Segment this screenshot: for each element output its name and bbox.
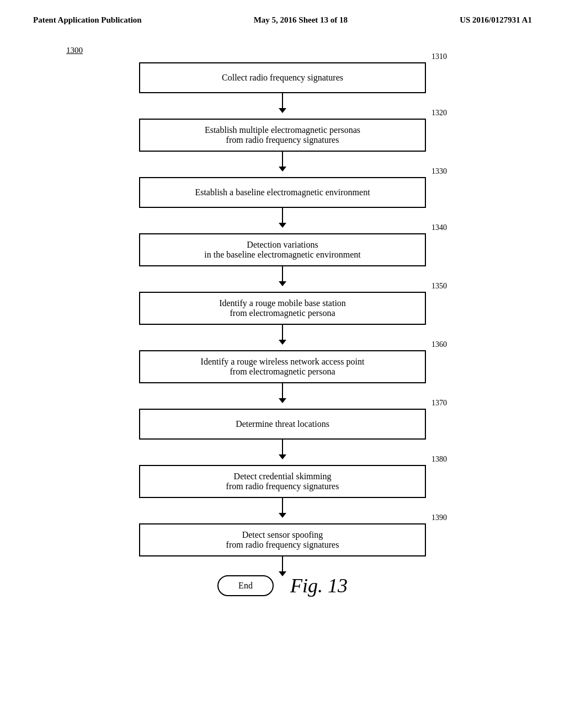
page-header: Patent Application Publication May 5, 20…: [0, 0, 565, 25]
arrow-4: [282, 325, 283, 340]
header-left: Patent Application Publication: [33, 15, 142, 25]
header-right: US 2016/0127931 A1: [460, 15, 532, 25]
step-number-1360: 1360: [431, 340, 448, 349]
step-box-1360: Identify a rouge wireless network access…: [139, 350, 426, 383]
step-box-1350: Identify a rouge mobile base stationfrom…: [139, 292, 426, 325]
step-number-1330: 1330: [431, 167, 448, 176]
step-number-1350: 1350: [431, 282, 448, 291]
step-number-1390: 1390: [431, 513, 448, 522]
fig-label: Fig. 13: [290, 574, 348, 597]
arrow-6: [282, 440, 283, 455]
step-box-1310: Collect radio frequency signatures: [139, 62, 426, 93]
arrow-3: [282, 266, 283, 282]
step-number-1380: 1380: [431, 455, 448, 464]
end-oval: End: [217, 575, 274, 596]
step-box-1330: Establish a baseline electromagnetic env…: [139, 177, 426, 208]
step-box-1340: Detection variationsin the baseline elec…: [139, 233, 426, 266]
arrow-7: [282, 498, 283, 513]
arrow-8: [282, 556, 283, 572]
step-box-1320: Establish multiple electromagnetic perso…: [139, 119, 426, 152]
header-middle: May 5, 2016 Sheet 13 of 18: [254, 15, 348, 25]
arrow-1: [282, 152, 283, 167]
end-row: EndFig. 13: [217, 574, 348, 597]
step-box-1380: Detect credential skimmingfrom radio fre…: [139, 465, 426, 498]
diagram-label: 1300: [66, 46, 83, 55]
step-number-1310: 1310: [431, 52, 448, 61]
diagram-container: 1300 1310Collect radio frequency signatu…: [0, 25, 565, 597]
step-number-1320: 1320: [431, 109, 448, 117]
step-number-1340: 1340: [431, 223, 448, 232]
step-box-1370: Determine threat locations: [139, 409, 426, 440]
arrow-0: [282, 93, 283, 109]
step-number-1370: 1370: [431, 399, 448, 408]
step-box-1390: Detect sensor spoofingfrom radio frequen…: [139, 523, 426, 556]
arrow-5: [282, 383, 283, 399]
arrow-2: [282, 208, 283, 223]
flowchart: 1310Collect radio frequency signatures13…: [117, 52, 448, 597]
